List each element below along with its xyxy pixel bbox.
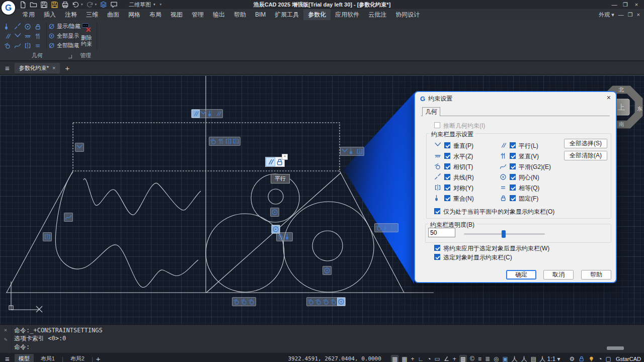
chat-icon[interactable]	[110, 1, 118, 9]
menu-tab-三维[interactable]: 三维	[82, 9, 103, 20]
object-snap-icon[interactable]: +	[453, 355, 456, 362]
tangent-badge-icon[interactable]	[323, 298, 330, 305]
annotation-scale-dropdown[interactable]: 人 1:1 ▾	[539, 355, 560, 362]
menu-tab-云批注[interactable]: 云批注	[364, 9, 391, 20]
constraint-badge[interactable]	[43, 232, 52, 241]
constraint-badge[interactable]	[374, 223, 398, 232]
bulb-icon[interactable]	[588, 355, 595, 362]
performance-gauge-icon[interactable]: ◔	[598, 355, 602, 362]
perpendicular-checkbox[interactable]	[444, 142, 450, 148]
constraint-badge[interactable]	[191, 109, 223, 118]
open-file-icon[interactable]	[30, 1, 37, 9]
constraint-badge[interactable]	[306, 297, 346, 306]
transparency-slider-thumb[interactable]	[502, 230, 506, 238]
concentric-badge-icon[interactable]	[272, 226, 279, 233]
parallel-badge-icon[interactable]	[215, 110, 222, 117]
tangent-badge-icon[interactable]	[240, 298, 248, 305]
quick-properties-icon[interactable]: ▤	[531, 355, 536, 362]
symmetric-badge-icon[interactable]	[44, 233, 51, 240]
equal-checkbox[interactable]	[510, 185, 516, 191]
doc-minimize-button[interactable]: —	[618, 12, 624, 18]
constraint-badge[interactable]	[232, 297, 256, 306]
dialog-close-icon[interactable]: ×	[607, 94, 611, 102]
menu-tab-参数化[interactable]: 参数化	[303, 9, 331, 20]
menu-tab-插入[interactable]: 插入	[39, 9, 60, 20]
close-button[interactable]: ×	[632, 2, 641, 8]
apply-after-checkbox[interactable]	[434, 245, 440, 251]
workspace-dropdown[interactable]: 二维草图 ▾	[126, 1, 158, 9]
constraint-badge[interactable]	[276, 232, 293, 241]
new-file-icon[interactable]	[19, 1, 27, 9]
menu-tab-布局[interactable]: 布局	[145, 9, 166, 20]
parallel-checkbox[interactable]	[510, 142, 516, 148]
constraint-bar-popup[interactable]: ×	[265, 157, 285, 167]
horizontal-constraint-icon[interactable]	[24, 33, 31, 40]
constraint-badge[interactable]	[323, 266, 332, 275]
symmetric-checkbox[interactable]	[444, 185, 450, 191]
coincident-checkbox[interactable]	[444, 195, 450, 201]
collinear-checkbox[interactable]	[444, 174, 450, 180]
command-pencil-icon[interactable]: ✎	[4, 336, 8, 343]
hatch-transparency-icon[interactable]: ▩	[460, 355, 466, 362]
vertical-badge-icon[interactable]	[217, 138, 224, 145]
isometric-draft-icon[interactable]: ∠	[444, 355, 449, 362]
app-logo[interactable]: G	[2, 1, 15, 15]
selection-cycling-icon[interactable]: ©	[470, 355, 474, 362]
show-selected-checkbox[interactable]	[434, 254, 440, 260]
doc-close-button[interactable]: ×	[637, 12, 640, 18]
tab-close-icon[interactable]: ×	[52, 65, 55, 71]
annotation-auto-scale-icon[interactable]: 人	[521, 355, 527, 362]
symmetric-badge-icon[interactable]	[232, 138, 239, 145]
menu-tab-常用[interactable]: 常用	[18, 9, 39, 20]
menu-tab-帮助[interactable]: 帮助	[229, 9, 251, 20]
undo-caret-icon[interactable]: ▾	[81, 3, 83, 7]
vertical-checkbox[interactable]	[510, 153, 516, 159]
tangent-badge-icon[interactable]	[277, 233, 284, 240]
concentric-badge-icon[interactable]	[271, 209, 278, 216]
add-layout-icon[interactable]: +	[96, 354, 101, 362]
polar-tracking-icon[interactable]: ◔	[427, 355, 431, 362]
tangent-badge-icon[interactable]	[330, 298, 337, 305]
layers-icon[interactable]	[100, 1, 107, 9]
doc-restore-button[interactable]: ❐	[628, 12, 633, 18]
perpendicular-constraint-icon[interactable]	[14, 33, 21, 40]
perpendicular-badge-icon[interactable]	[341, 148, 348, 155]
menu-tab-注释[interactable]: 注释	[60, 9, 82, 20]
snap-toggle-icon[interactable]: ▦	[401, 355, 407, 362]
concentric-constraint-icon[interactable]	[24, 23, 31, 30]
menu-tab-管理[interactable]: 管理	[187, 9, 208, 20]
infer-constraints-icon[interactable]: +	[411, 355, 415, 362]
command-scrollbar[interactable]	[607, 346, 624, 350]
save-icon[interactable]	[40, 1, 48, 9]
layout1-tab[interactable]: 布局1	[37, 354, 59, 362]
parallel-badge-icon[interactable]	[266, 158, 275, 166]
cancel-button[interactable]: 取消	[543, 270, 574, 280]
infer-constraints-checkbox[interactable]	[434, 122, 440, 128]
grid-toggle-icon[interactable]: ▦	[391, 355, 398, 362]
tangent-checkbox[interactable]	[444, 163, 450, 169]
menu-tab-扩展工具[interactable]: 扩展工具	[270, 9, 303, 20]
concentric-badge-icon[interactable]	[324, 267, 331, 274]
constraint-badge[interactable]	[340, 147, 364, 156]
transparency-input[interactable]	[428, 228, 455, 237]
menu-tab-应用软件[interactable]: 应用软件	[331, 9, 364, 20]
coincident-badge-icon[interactable]	[207, 110, 214, 117]
tangent-badge-icon[interactable]	[307, 298, 314, 305]
appearance-dropdown[interactable]: 外观 ▾	[599, 11, 614, 19]
fix-checkbox[interactable]	[510, 195, 516, 201]
symmetric-badge-icon[interactable]	[390, 224, 397, 231]
symmetric-badge-icon[interactable]	[356, 148, 363, 155]
show-hide-button[interactable]: 显示/隐藏	[48, 23, 80, 30]
collinear-constraint-icon[interactable]	[14, 23, 21, 30]
menu-tab-网格[interactable]: 网格	[124, 9, 145, 20]
show-all-button[interactable]: 全部显示	[48, 32, 80, 40]
minimize-button[interactable]: —	[610, 2, 619, 8]
smooth-badge-icon[interactable]	[65, 214, 72, 221]
coincident-constraint-icon[interactable]	[4, 23, 11, 30]
vertical-constraint-icon[interactable]	[34, 33, 41, 40]
menu-tab-协同设计[interactable]: 协同设计	[391, 9, 424, 20]
constraint-badge[interactable]	[75, 143, 84, 152]
parallel-badge-icon[interactable]	[192, 110, 199, 117]
ortho-toggle-icon[interactable]: ∟	[418, 355, 424, 362]
badge-close-icon[interactable]: ×	[282, 154, 288, 160]
